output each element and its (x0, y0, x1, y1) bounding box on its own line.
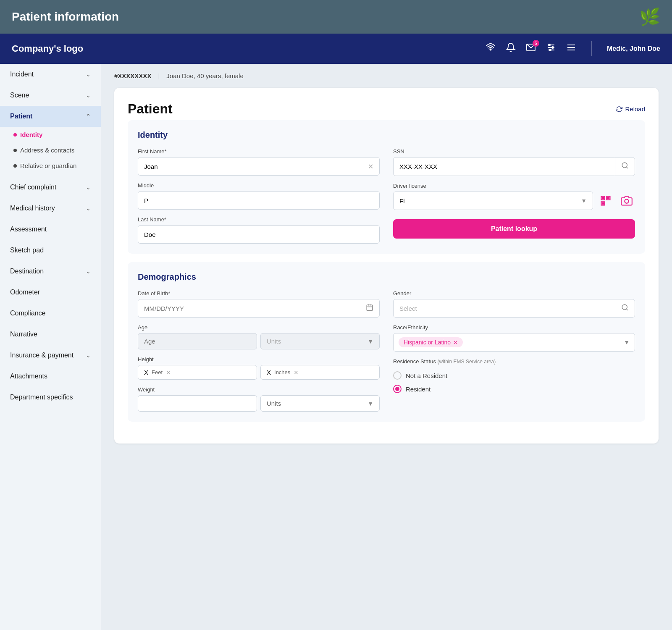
driver-license-row: Fl ▼ (393, 192, 635, 210)
svg-point-11 (622, 163, 627, 168)
weight-units-select[interactable]: Units ▼ (260, 395, 380, 412)
svg-rect-17 (608, 197, 609, 199)
ssn-label: SSN (393, 148, 635, 155)
sidebar-item-sketch-pad[interactable]: Sketch pad (0, 240, 101, 261)
bell-icon[interactable] (506, 42, 516, 55)
clear-inches-icon[interactable]: ✕ (294, 369, 299, 376)
dot-icon (13, 164, 17, 168)
content-area: #XXXXXXXX | Joan Doe, 40 years, female P… (101, 64, 672, 630)
race-select[interactable]: Hispanic or Latino ✕ ▼ (393, 333, 635, 352)
svg-rect-29 (367, 305, 373, 311)
last-name-label: Last Name* (138, 216, 380, 223)
ssn-text[interactable] (394, 159, 615, 174)
reload-button[interactable]: Reload (616, 105, 645, 113)
search-icon[interactable] (615, 158, 635, 176)
qr-icon[interactable] (597, 192, 614, 209)
chevron-down-icon: ▼ (624, 339, 630, 346)
sidebar-item-scene[interactable]: Scene ⌄ (0, 85, 101, 106)
middle-field: Middle (138, 182, 380, 210)
svg-line-34 (626, 309, 627, 310)
sidebar-item-attachments[interactable]: Attachments (0, 366, 101, 387)
dob-input[interactable] (138, 299, 380, 318)
sliders-icon[interactable] (546, 42, 556, 55)
remove-race-icon[interactable]: ✕ (453, 339, 458, 346)
sidebar-item-assessment[interactable]: Assessment (0, 219, 101, 240)
ssn-input[interactable] (393, 157, 635, 176)
reload-label: Reload (625, 105, 645, 113)
race-value: Hispanic or Latino (404, 339, 451, 346)
not-a-resident-option[interactable]: Not a Resident (393, 371, 635, 380)
middle-label: Middle (138, 182, 380, 189)
clear-feet-icon[interactable]: ✕ (166, 369, 171, 376)
svg-point-7 (549, 49, 551, 51)
sidebar-sub-identity[interactable]: Identity (13, 127, 91, 142)
sidebar-item-patient[interactable]: Patient ⌃ (0, 106, 101, 127)
sidebar-item-destination[interactable]: Destination ⌄ (0, 261, 101, 282)
chevron-down-icon: ⌄ (86, 71, 91, 78)
nav-icons: 5 Medic, John Doe (486, 41, 660, 56)
dot-icon (13, 133, 17, 136)
sidebar-sub-relative[interactable]: Relative or guardian (13, 158, 91, 173)
middle-text[interactable] (144, 197, 373, 204)
svg-line-12 (626, 167, 627, 168)
last-name-input[interactable] (138, 225, 380, 244)
height-feet-input[interactable]: X Feet ✕ (138, 365, 257, 380)
menu-icon[interactable] (566, 42, 576, 55)
driver-license-select[interactable]: Fl ▼ (393, 192, 593, 210)
sidebar-item-department[interactable]: Department specifics (0, 387, 101, 408)
weight-row: Units ▼ (138, 395, 380, 412)
resident-option[interactable]: Resident (393, 385, 635, 393)
sidebar-item-odometer[interactable]: Odometer (0, 282, 101, 303)
age-units-placeholder: Units (267, 338, 281, 345)
last-name-text[interactable] (144, 231, 373, 238)
sidebar-item-compliance[interactable]: Compliance (0, 303, 101, 324)
driver-license-label: Driver license (393, 183, 635, 189)
identity-form: First Name* ✕ Middle (138, 148, 635, 244)
sidebar-item-medical-history[interactable]: Medical history ⌄ (0, 198, 101, 219)
patient-lookup-button[interactable]: Patient lookup (393, 219, 635, 239)
residence-field: Residence Status (within EMS Service are… (393, 358, 635, 393)
mail-badge: 5 (533, 40, 539, 47)
dob-field: Date of Birth* (138, 290, 380, 318)
search-icon[interactable] (621, 304, 629, 313)
gender-select[interactable]: Select (393, 299, 635, 318)
sidebar-sub-address[interactable]: Address & contacts (13, 142, 91, 158)
incident-id: #XXXXXXXX (114, 72, 151, 79)
first-name-text[interactable] (144, 163, 368, 170)
camera-icon[interactable] (618, 192, 635, 209)
chevron-down-icon: ▼ (368, 400, 373, 407)
weight-units-placeholder: Units (267, 400, 281, 407)
chevron-down-icon: ▼ (368, 338, 373, 345)
sidebar-item-incident[interactable]: Incident ⌄ (0, 64, 101, 85)
dob-label: Date of Birth* (138, 290, 380, 297)
demographics-title: Demographics (138, 272, 635, 282)
wifi-icon[interactable] (486, 42, 496, 55)
identity-title: Identity (138, 130, 635, 140)
height-inches-input[interactable]: X Inches ✕ (260, 365, 380, 380)
weight-input[interactable] (138, 395, 257, 412)
sidebar-item-insurance[interactable]: Insurance & payment ⌄ (0, 345, 101, 366)
sidebar-item-chief-complaint[interactable]: Chief complaint ⌄ (0, 177, 101, 198)
residence-label: Residence Status (within EMS Service are… (393, 358, 635, 365)
weight-field: Weight Units ▼ (138, 386, 380, 412)
radio-circle-not-resident[interactable] (393, 371, 402, 380)
mail-icon[interactable]: 5 (526, 42, 536, 55)
first-name-input[interactable]: ✕ (138, 157, 380, 176)
svg-rect-18 (602, 203, 604, 205)
height-field: Height X Feet ✕ X Inches ✕ (138, 356, 380, 380)
age-input[interactable] (138, 333, 257, 349)
calendar-icon[interactable] (366, 304, 373, 313)
driver-license-field: Driver license Fl ▼ (393, 183, 635, 210)
patient-card: Patient Reload Identity (114, 88, 659, 444)
first-name-field: First Name* ✕ (138, 148, 380, 176)
residence-sub: (within EMS Service area) (438, 359, 496, 365)
radio-circle-resident[interactable] (393, 385, 402, 393)
clear-icon[interactable]: ✕ (368, 163, 373, 171)
sidebar-item-narrative[interactable]: Narrative (0, 324, 101, 345)
height-row: X Feet ✕ X Inches ✕ (138, 365, 380, 380)
age-units-select[interactable]: Units ▼ (260, 333, 380, 349)
middle-input[interactable] (138, 191, 380, 210)
radio-group: Not a Resident Resident (393, 371, 635, 393)
weight-label: Weight (138, 386, 380, 393)
dob-text[interactable] (144, 305, 366, 312)
